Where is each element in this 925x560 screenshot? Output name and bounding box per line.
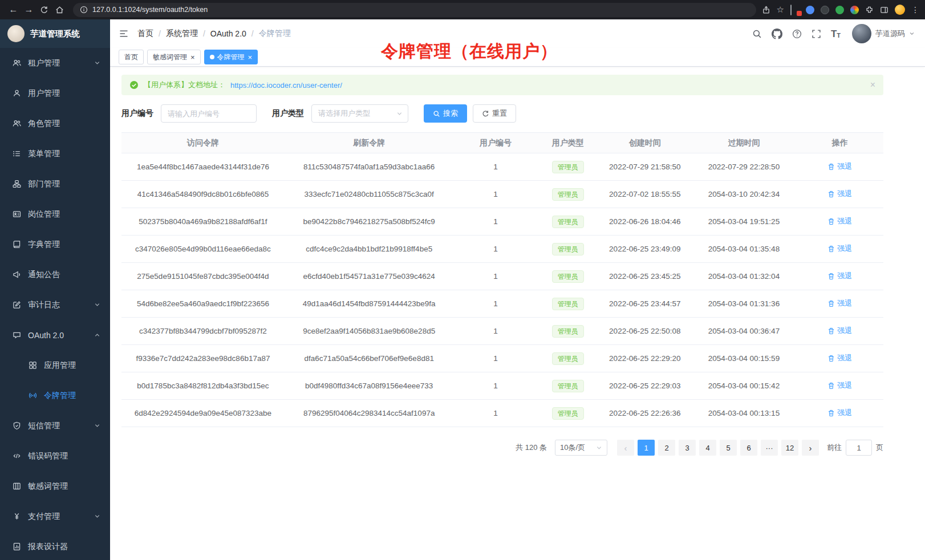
page-size-select[interactable]: 10条/页 [555,440,607,456]
page-button[interactable]: 5 [720,440,737,456]
refresh-token-cell: dfa6c71a50a54c66bef706ef9e6e8d81 [285,345,454,372]
sidebar-item-dept[interactable]: 部门管理 [0,169,110,199]
access-token-cell: 275e5de9151045fe87cbdc395e004f4d [121,263,285,290]
extension-colorful-icon[interactable] [850,6,859,14]
browser-menu-button[interactable]: ⋮ [911,5,919,14]
table-row: f9336e7c7dd242a283ee98dc86b17a87dfa6c71a… [121,345,883,372]
alert-close-button[interactable]: × [870,80,875,90]
sidebar-item-report-designer[interactable]: 报表设计器 [0,531,110,560]
browser-profile-avatar[interactable] [895,5,905,15]
sidebar-item-oauth2-token[interactable]: 令牌管理 [0,380,110,411]
side-panel-button[interactable] [880,6,889,14]
sidebar-item-tenant[interactable]: 租户管理 [0,48,110,78]
sidebar-item-oauth2-app[interactable]: 应用管理 [0,350,110,380]
force-logout-button[interactable]: 强退 [827,408,852,418]
extension-green-icon[interactable] [835,6,844,14]
browser-forward-button[interactable]: → [21,2,36,18]
tab-token[interactable]: 令牌管理× [204,50,258,64]
prev-page-button[interactable]: ‹ [617,440,634,456]
expire-time-cell: 2054-03-10 20:42:34 [691,181,796,208]
force-logout-button[interactable]: 强退 [827,298,852,309]
page-button[interactable]: 1 [638,440,655,456]
breadcrumb-item[interactable]: OAuth 2.0 [210,29,246,38]
sidebar-item-pay[interactable]: 支付管理 [0,501,110,531]
sidebar-item-role[interactable]: 角色管理 [0,108,110,139]
extension-dark-icon[interactable] [821,6,829,14]
user-id-input[interactable] [161,104,257,123]
force-logout-button[interactable]: 强退 [827,353,852,363]
github-button[interactable] [772,29,782,39]
browser-back-button[interactable]: ← [6,2,21,18]
search-button[interactable]: 搜索 [424,104,467,123]
header-search-button[interactable] [752,29,762,39]
refresh-token-cell: cdfc4ce9c2da4bb1bdf21b9918ff4be5 [285,236,454,263]
breadcrumb-item: 令牌管理 [259,29,291,39]
sidebar-item-notice[interactable]: 通知公告 [0,259,110,290]
create-time-cell: 2022-07-02 18:55:55 [598,181,691,208]
page-button[interactable]: 4 [699,440,716,456]
breadcrumb-item[interactable]: 首页 [137,29,153,39]
sidebar-item-menu[interactable]: 菜单管理 [0,139,110,169]
sidebar-item-error-code[interactable]: 错误码管理 [0,441,110,471]
user-menu[interactable]: 芋道源码 [852,24,915,43]
goto-page-input[interactable] [846,440,872,456]
refresh-token-cell: 811c530487574fa0af1a59d3abc1aa66 [285,153,454,181]
sidebar-item-post[interactable]: 岗位管理 [0,199,110,229]
goto-page: 前往 页 [827,440,883,456]
yen-icon [12,512,22,521]
app-logo[interactable]: 芋道管理系统 [0,19,110,48]
doc-link[interactable]: https://doc.iocoder.cn/user-center/ [230,81,342,90]
logo-avatar [7,25,25,42]
extension-badged-icon[interactable] [790,5,800,14]
breadcrumb-item[interactable]: 系统管理 [166,29,198,39]
tab-sensitive-word[interactable]: 敏感词管理× [147,50,201,64]
force-logout-button[interactable]: 强退 [827,216,852,226]
extension-blue-icon[interactable] [806,6,814,14]
close-icon[interactable]: × [190,54,195,61]
user-type-select-placeholder: 请选择用户类型 [318,108,370,119]
action-cell: 强退 [797,181,883,208]
expire-time-cell: 2054-03-04 01:35:48 [691,236,796,263]
force-logout-button[interactable]: 强退 [827,189,852,199]
user-type-select[interactable]: 请选择用户类型 [311,104,408,123]
force-logout-button[interactable]: 强退 [827,380,852,391]
fullscreen-button[interactable] [812,29,821,39]
users-icon [12,119,22,128]
page-button[interactable]: 12 [781,440,798,456]
list-icon [12,149,22,158]
share-button[interactable] [762,6,770,14]
force-logout-button[interactable]: 强退 [827,244,852,254]
docs-help-button[interactable] [792,29,802,39]
next-page-button[interactable]: › [802,440,819,456]
page-button[interactable]: 6 [740,440,757,456]
breadcrumb: 首页/系统管理/OAuth 2.0/令牌管理 [137,29,291,39]
access-token-cell: 1ea5e44f8bc1467aaede43144f31de76 [121,153,285,181]
user-id-cell: 1 [453,318,537,345]
force-logout-button[interactable]: 强退 [827,271,852,281]
sidebar-item-dict[interactable]: 字典管理 [0,229,110,259]
force-logout-button[interactable]: 强退 [827,161,852,172]
page-button[interactable]: 3 [679,440,696,456]
sidebar-item-oauth2[interactable]: OAuth 2.0 [0,320,110,350]
columns-icon [12,482,22,490]
extensions-button[interactable] [865,6,874,14]
browser-address-bar[interactable]: 127.0.0.1:1024/system/oauth2/token [73,3,756,17]
force-logout-button[interactable]: 强退 [827,326,852,336]
page-button[interactable]: 2 [658,440,675,456]
user-id-filter: 用户编号 [121,104,257,123]
browser-home-button[interactable] [52,2,67,18]
tab-home[interactable]: 首页 [119,50,144,64]
font-size-button[interactable]: TT [831,29,841,39]
browser-reload-button[interactable] [36,2,52,18]
reset-button[interactable]: 重置 [473,104,516,123]
col-create-time: 创建时间 [598,133,691,153]
sidebar-item-sensitive-word[interactable]: 敏感词管理 [0,471,110,501]
close-icon[interactable]: × [248,54,253,61]
sidebar-item-user[interactable]: 用户管理 [0,78,110,108]
sidebar-item-audit-log[interactable]: 审计日志 [0,290,110,320]
bookmark-button[interactable]: ☆ [777,5,784,15]
sidebar-toggle-button[interactable] [119,29,129,39]
sidebar-item-sms[interactable]: 短信管理 [0,411,110,441]
pager-more-button[interactable]: ··· [761,440,778,456]
tree-icon [12,180,22,188]
